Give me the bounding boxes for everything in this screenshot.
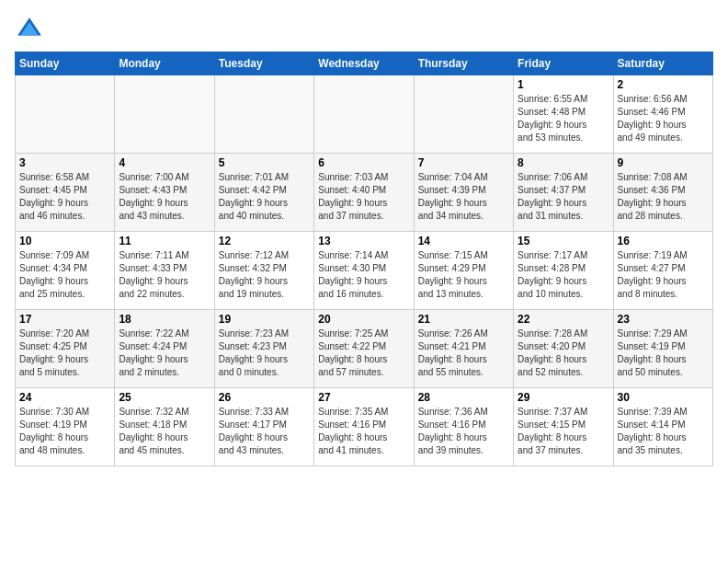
day-info: Sunrise: 7:19 AM Sunset: 4:27 PM Dayligh…	[618, 249, 709, 301]
day-number: 7	[418, 156, 509, 169]
calendar-cell	[214, 75, 313, 154]
day-number: 6	[318, 156, 409, 169]
weekday-header: Friday	[514, 52, 613, 75]
day-number: 27	[318, 391, 409, 404]
day-number: 20	[318, 313, 409, 326]
day-number: 3	[19, 156, 110, 169]
calendar-week-row: 1Sunrise: 6:55 AM Sunset: 4:48 PM Daylig…	[16, 75, 713, 154]
calendar-cell: 15Sunrise: 7:17 AM Sunset: 4:28 PM Dayli…	[514, 232, 613, 310]
day-number: 21	[418, 313, 509, 326]
day-info: Sunrise: 7:01 AM Sunset: 4:42 PM Dayligh…	[219, 171, 310, 223]
day-info: Sunrise: 7:20 AM Sunset: 4:25 PM Dayligh…	[19, 327, 110, 379]
page-header	[15, 15, 713, 44]
day-info: Sunrise: 6:58 AM Sunset: 4:45 PM Dayligh…	[19, 171, 110, 223]
day-number: 19	[219, 313, 310, 326]
calendar-cell: 26Sunrise: 7:33 AM Sunset: 4:17 PM Dayli…	[214, 388, 313, 466]
calendar-cell: 20Sunrise: 7:25 AM Sunset: 4:22 PM Dayli…	[314, 310, 414, 388]
day-number: 24	[19, 391, 110, 404]
day-info: Sunrise: 7:00 AM Sunset: 4:43 PM Dayligh…	[119, 171, 210, 223]
day-info: Sunrise: 7:06 AM Sunset: 4:37 PM Dayligh…	[518, 171, 609, 223]
day-number: 18	[119, 313, 210, 326]
logo	[15, 15, 48, 44]
calendar-cell: 30Sunrise: 7:39 AM Sunset: 4:14 PM Dayli…	[613, 388, 712, 466]
weekday-header: Monday	[115, 52, 214, 75]
day-number: 28	[418, 391, 509, 404]
calendar-cell: 2Sunrise: 6:56 AM Sunset: 4:46 PM Daylig…	[613, 75, 712, 154]
calendar-cell: 6Sunrise: 7:03 AM Sunset: 4:40 PM Daylig…	[314, 154, 414, 232]
day-info: Sunrise: 7:26 AM Sunset: 4:21 PM Dayligh…	[418, 327, 509, 379]
day-info: Sunrise: 7:12 AM Sunset: 4:32 PM Dayligh…	[219, 249, 310, 301]
day-number: 1	[518, 78, 609, 91]
day-info: Sunrise: 7:23 AM Sunset: 4:23 PM Dayligh…	[219, 327, 310, 379]
calendar-cell	[16, 75, 115, 154]
day-info: Sunrise: 6:55 AM Sunset: 4:48 PM Dayligh…	[518, 93, 609, 144]
weekday-header: Tuesday	[214, 52, 313, 75]
calendar-cell: 16Sunrise: 7:19 AM Sunset: 4:27 PM Dayli…	[613, 232, 712, 310]
calendar-cell: 25Sunrise: 7:32 AM Sunset: 4:18 PM Dayli…	[115, 388, 214, 466]
calendar-cell: 4Sunrise: 7:00 AM Sunset: 4:43 PM Daylig…	[115, 154, 214, 232]
day-number: 14	[418, 235, 509, 247]
calendar-cell	[115, 75, 214, 154]
logo-icon	[15, 15, 44, 44]
weekday-header: Sunday	[16, 52, 115, 75]
day-info: Sunrise: 7:29 AM Sunset: 4:19 PM Dayligh…	[618, 327, 709, 379]
calendar-table: SundayMondayTuesdayWednesdayThursdayFrid…	[15, 52, 713, 466]
calendar-cell	[414, 75, 513, 154]
day-info: Sunrise: 7:17 AM Sunset: 4:28 PM Dayligh…	[518, 249, 609, 301]
day-info: Sunrise: 7:32 AM Sunset: 4:18 PM Dayligh…	[119, 406, 210, 457]
weekday-header: Thursday	[414, 52, 513, 75]
day-info: Sunrise: 7:14 AM Sunset: 4:30 PM Dayligh…	[318, 249, 409, 301]
day-number: 5	[219, 156, 310, 169]
calendar-week-row: 3Sunrise: 6:58 AM Sunset: 4:45 PM Daylig…	[16, 154, 713, 232]
day-number: 8	[518, 156, 609, 169]
day-number: 12	[219, 235, 310, 247]
calendar-cell: 9Sunrise: 7:08 AM Sunset: 4:36 PM Daylig…	[613, 154, 712, 232]
calendar-cell: 12Sunrise: 7:12 AM Sunset: 4:32 PM Dayli…	[214, 232, 313, 310]
calendar-cell: 3Sunrise: 6:58 AM Sunset: 4:45 PM Daylig…	[16, 154, 115, 232]
calendar-cell	[314, 75, 414, 154]
calendar-cell: 27Sunrise: 7:35 AM Sunset: 4:16 PM Dayli…	[314, 388, 414, 466]
calendar-cell: 21Sunrise: 7:26 AM Sunset: 4:21 PM Dayli…	[414, 310, 513, 388]
calendar-cell: 19Sunrise: 7:23 AM Sunset: 4:23 PM Dayli…	[214, 310, 313, 388]
day-number: 2	[618, 78, 709, 91]
day-info: Sunrise: 7:35 AM Sunset: 4:16 PM Dayligh…	[318, 406, 409, 457]
day-number: 30	[618, 391, 709, 404]
day-number: 29	[518, 391, 609, 404]
day-number: 16	[618, 235, 709, 247]
calendar-cell: 8Sunrise: 7:06 AM Sunset: 4:37 PM Daylig…	[514, 154, 613, 232]
calendar-cell: 29Sunrise: 7:37 AM Sunset: 4:15 PM Dayli…	[514, 388, 613, 466]
calendar-cell: 11Sunrise: 7:11 AM Sunset: 4:33 PM Dayli…	[115, 232, 214, 310]
day-info: Sunrise: 7:08 AM Sunset: 4:36 PM Dayligh…	[618, 171, 709, 223]
day-info: Sunrise: 7:03 AM Sunset: 4:40 PM Dayligh…	[318, 171, 409, 223]
day-number: 10	[19, 235, 110, 247]
calendar-week-row: 10Sunrise: 7:09 AM Sunset: 4:34 PM Dayli…	[16, 232, 713, 310]
calendar-cell: 5Sunrise: 7:01 AM Sunset: 4:42 PM Daylig…	[214, 154, 313, 232]
day-number: 22	[518, 313, 609, 326]
day-info: Sunrise: 6:56 AM Sunset: 4:46 PM Dayligh…	[618, 93, 709, 144]
calendar-cell: 17Sunrise: 7:20 AM Sunset: 4:25 PM Dayli…	[16, 310, 115, 388]
calendar-cell: 10Sunrise: 7:09 AM Sunset: 4:34 PM Dayli…	[16, 232, 115, 310]
day-info: Sunrise: 7:04 AM Sunset: 4:39 PM Dayligh…	[418, 171, 509, 223]
calendar-cell: 7Sunrise: 7:04 AM Sunset: 4:39 PM Daylig…	[414, 154, 513, 232]
day-info: Sunrise: 7:33 AM Sunset: 4:17 PM Dayligh…	[219, 406, 310, 457]
day-number: 26	[219, 391, 310, 404]
calendar-cell: 18Sunrise: 7:22 AM Sunset: 4:24 PM Dayli…	[115, 310, 214, 388]
weekday-header: Wednesday	[314, 52, 414, 75]
calendar-cell: 14Sunrise: 7:15 AM Sunset: 4:29 PM Dayli…	[414, 232, 513, 310]
day-number: 4	[119, 156, 210, 169]
day-info: Sunrise: 7:11 AM Sunset: 4:33 PM Dayligh…	[119, 249, 210, 301]
day-number: 11	[119, 235, 210, 247]
calendar-header-row: SundayMondayTuesdayWednesdayThursdayFrid…	[16, 52, 713, 75]
day-info: Sunrise: 7:28 AM Sunset: 4:20 PM Dayligh…	[518, 327, 609, 379]
calendar-cell: 13Sunrise: 7:14 AM Sunset: 4:30 PM Dayli…	[314, 232, 414, 310]
day-number: 13	[318, 235, 409, 247]
day-info: Sunrise: 7:36 AM Sunset: 4:16 PM Dayligh…	[418, 406, 509, 457]
day-number: 15	[518, 235, 609, 247]
day-number: 23	[618, 313, 709, 326]
weekday-header: Saturday	[613, 52, 712, 75]
calendar-cell: 23Sunrise: 7:29 AM Sunset: 4:19 PM Dayli…	[613, 310, 712, 388]
calendar-cell: 1Sunrise: 6:55 AM Sunset: 4:48 PM Daylig…	[514, 75, 613, 154]
calendar-cell: 22Sunrise: 7:28 AM Sunset: 4:20 PM Dayli…	[514, 310, 613, 388]
day-info: Sunrise: 7:22 AM Sunset: 4:24 PM Dayligh…	[119, 327, 210, 379]
calendar-cell: 28Sunrise: 7:36 AM Sunset: 4:16 PM Dayli…	[414, 388, 513, 466]
